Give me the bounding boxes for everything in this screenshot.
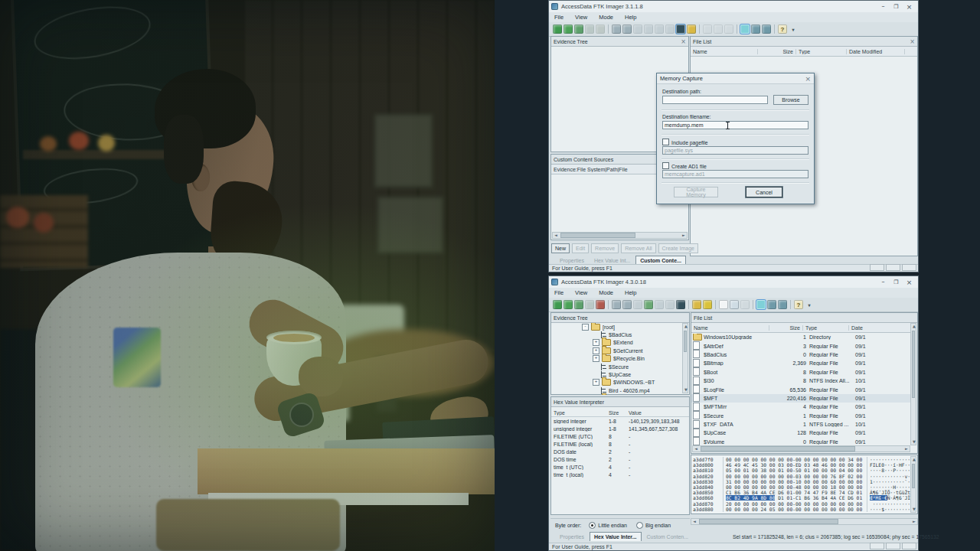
file-row[interactable]: $I308NTFS Index All...10/1: [691, 377, 911, 385]
scroll-right-icon[interactable]: ►: [681, 233, 687, 238]
export-disk-image-icon[interactable]: [622, 24, 632, 34]
column-name[interactable]: Name: [691, 49, 758, 54]
file-row[interactable]: $TXF_DATA1NTFS Logged ...10/1: [691, 420, 911, 429]
hex-row[interactable]: a3dd7f000 00 00 00 00 00 00 00-00 00 00 …: [691, 457, 911, 462]
file-row[interactable]: $MFTMirr4Regular File09/1: [691, 403, 911, 411]
key-icon[interactable]: [703, 300, 712, 309]
little-endian-radio-icon[interactable]: [589, 522, 596, 529]
scrollbar-thumb[interactable]: [912, 331, 915, 398]
minimize-icon[interactable]: [877, 2, 890, 11]
file-row[interactable]: $Bitmap2,369Regular File09/1: [691, 359, 911, 367]
menu-view[interactable]: View: [573, 13, 589, 21]
scroll-down-icon[interactable]: ▼: [683, 387, 689, 393]
scrollbar-thumb[interactable]: [699, 519, 838, 524]
remove-all-evidence-icon[interactable]: [596, 300, 605, 309]
tree-expander-icon[interactable]: +: [593, 347, 599, 354]
hex-row[interactable]: a3dd8608C B2 4D 9A 8D 80 D1 01-C1 B6 36 …: [691, 495, 911, 500]
file-row[interactable]: $LogFile65,536Regular File09/1: [691, 385, 911, 393]
scroll-right-icon[interactable]: ►: [911, 519, 917, 524]
detect-encryption-icon[interactable]: [703, 24, 712, 34]
menu-help[interactable]: Help: [623, 13, 638, 21]
list-horizontal-scrollbar[interactable]: ◄ ►: [692, 445, 910, 452]
help-icon[interactable]: ?: [778, 24, 787, 34]
hex-row[interactable]: a3dd87020 00 00 00 00 00 00 00-00 00 00 …: [691, 501, 911, 507]
tab-hex-value-interpreter[interactable]: Hex Value Inter...: [590, 532, 642, 541]
horizontal-scrollbar[interactable]: ◄ ►: [552, 232, 688, 239]
column-date-modified[interactable]: Date Modified: [847, 49, 905, 54]
tree-item[interactable]: Bird - 46026.mp4: [551, 386, 689, 394]
remove-all-evidence-icon[interactable]: [596, 24, 605, 34]
maximize-icon[interactable]: [890, 278, 903, 286]
close-panel-icon[interactable]: [681, 38, 686, 45]
hex-row[interactable]: a3dd80046 49 4C 45 30 00 03 00-ED 03 48 …: [691, 462, 911, 468]
hex-row[interactable]: a3dd850C1 B6 36 B4 4A CE D6 01-00 74 47 …: [691, 490, 911, 495]
file-row[interactable]: $MFT220,416Regular File09/1: [691, 394, 911, 403]
tree-item[interactable]: -[root]: [551, 323, 689, 331]
dialog-close-icon[interactable]: [805, 75, 811, 83]
column-size[interactable]: Size: [758, 49, 796, 54]
menu-file[interactable]: File: [553, 13, 565, 21]
export-document-icon[interactable]: [730, 300, 739, 309]
column-value[interactable]: Value: [626, 410, 689, 416]
hex-horizontal-scrollbar[interactable]: ◄ ►: [691, 518, 918, 525]
scroll-left-icon[interactable]: ◄: [693, 446, 699, 452]
column-type[interactable]: Type: [551, 410, 606, 416]
file-row[interactable]: $Boot8Regular File09/1: [691, 368, 911, 377]
help-icon[interactable]: ?: [794, 300, 803, 309]
column-name[interactable]: Name: [691, 325, 769, 331]
auto-preview-icon[interactable]: [740, 24, 750, 34]
link-icon[interactable]: [665, 24, 675, 34]
title-bar[interactable]: AccessData FTK Imager 4.3.0.18: [549, 276, 918, 288]
include-pagefile-checkbox[interactable]: [662, 139, 669, 145]
destination-path-input[interactable]: [662, 96, 768, 104]
obtain-protected-files-icon[interactable]: [687, 24, 696, 34]
little-endian-option[interactable]: Little endian: [589, 522, 627, 529]
close-panel-icon[interactable]: [910, 38, 915, 45]
new-document-icon[interactable]: [719, 300, 728, 309]
file-row[interactable]: $AttrDef3Regular File09/1: [691, 341, 911, 350]
obtain-protected-files-icon[interactable]: [692, 300, 701, 309]
tab-custom-content[interactable]: Custom Conten...: [642, 532, 693, 541]
tree-expander-icon[interactable]: +: [593, 355, 599, 362]
remove-evidence-icon[interactable]: [585, 300, 594, 309]
tree-expander-icon[interactable]: -: [582, 324, 589, 331]
tree-item[interactable]: +$Recycle.Bin: [551, 355, 689, 363]
print-icon[interactable]: [655, 300, 664, 309]
list-vertical-scrollbar[interactable]: ▲ ▼: [910, 323, 916, 445]
column-size[interactable]: Size: [769, 325, 803, 331]
maximize-icon[interactable]: [890, 2, 903, 11]
capture-memory-icon[interactable]: [676, 24, 685, 34]
scrollbar-thumb[interactable]: [912, 464, 915, 488]
minimize-icon[interactable]: [877, 278, 890, 286]
browse-button[interactable]: Browse: [773, 95, 808, 105]
tree-item[interactable]: $Secure: [551, 363, 689, 370]
add-all-devices-icon[interactable]: [564, 24, 573, 34]
hex-row[interactable]: a3dd83031 00 00 00 00 00 00 00-10 00 00 …: [691, 479, 911, 484]
destination-filename-input[interactable]: memdump.mem: [662, 121, 808, 129]
export-logical-image-icon[interactable]: [633, 24, 642, 34]
tree-expander-icon[interactable]: +: [593, 379, 599, 386]
toolbar-overflow-icon[interactable]: ▾: [805, 300, 814, 309]
print-icon[interactable]: [655, 24, 664, 34]
export-hash-list-icon[interactable]: [724, 24, 733, 34]
title-bar[interactable]: AccessData FTK Imager 3.1.1.8: [549, 1, 918, 12]
capture-memory-icon[interactable]: [676, 300, 685, 309]
dialog-title-bar[interactable]: Memory Capture: [657, 73, 814, 84]
hex-preview-icon[interactable]: [778, 300, 787, 309]
hex-view[interactable]: a3dd7f000 00 00 00 00 00 00 00-00 00 00 …: [691, 457, 911, 512]
file-row[interactable]: Windows10Upgrade1Directory09/1: [691, 333, 911, 341]
column-type[interactable]: Type: [803, 325, 849, 331]
close-icon[interactable]: [903, 278, 916, 286]
menu-view[interactable]: View: [573, 289, 589, 297]
tree-item[interactable]: +$GetCurrent: [551, 347, 689, 354]
big-endian-option[interactable]: Big endian: [636, 522, 671, 529]
scroll-left-icon[interactable]: ◄: [691, 519, 697, 524]
create-disk-image-icon[interactable]: [612, 300, 621, 309]
file-row[interactable]: $Secure1Regular File09/1: [691, 412, 911, 420]
menu-mode[interactable]: Mode: [597, 289, 615, 297]
tree-item[interactable]: +$Extend: [551, 339, 689, 347]
scroll-up-icon[interactable]: ▲: [911, 457, 917, 462]
scroll-down-icon[interactable]: ▼: [911, 439, 917, 445]
cancel-button[interactable]: Cancel: [746, 187, 782, 197]
mount-image-icon[interactable]: [574, 24, 583, 34]
